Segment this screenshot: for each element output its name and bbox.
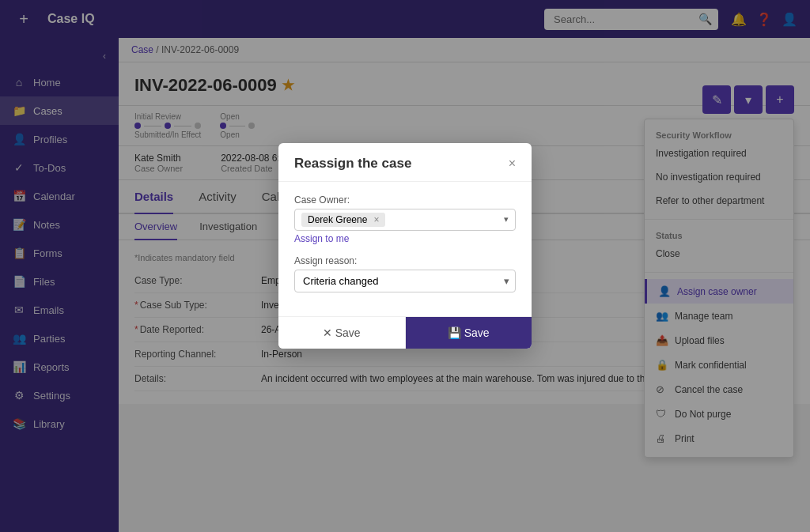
assign-me-link[interactable]: Assign to me	[294, 233, 516, 244]
reassign-modal: Reassign the case × Case Owner: Derek Gr…	[278, 143, 532, 349]
owner-tag: Derek Greene ×	[301, 213, 385, 227]
reason-label: Assign reason:	[294, 255, 516, 266]
modal-close-button[interactable]: ×	[509, 157, 516, 171]
form-row-reason: Assign reason: Criteria changedWorkload …	[294, 255, 516, 292]
reason-select[interactable]: Criteria changedWorkload balancingExpert…	[294, 270, 516, 292]
owner-tag-remove[interactable]: ×	[373, 214, 379, 225]
owner-field[interactable]: Derek Greene × ▾	[294, 209, 516, 231]
modal-footer: ✕ Save 💾 Save	[278, 316, 532, 349]
modal-title: Reassign the case	[294, 156, 411, 172]
save-button[interactable]: 💾 Save	[406, 317, 532, 349]
reason-select-wrap: Criteria changedWorkload balancingExpert…	[294, 270, 516, 292]
owner-field-inner: Derek Greene ×	[301, 213, 385, 227]
owner-dropdown-arrow: ▾	[504, 214, 509, 224]
modal-header: Reassign the case ×	[278, 143, 532, 182]
form-row-owner: Case Owner: Derek Greene × ▾ Assign to m…	[294, 194, 516, 244]
cancel-button[interactable]: ✕ Save	[278, 317, 406, 349]
modal-body: Case Owner: Derek Greene × ▾ Assign to m…	[278, 182, 532, 316]
owner-label: Case Owner:	[294, 194, 516, 206]
owner-tag-name: Derek Greene	[308, 214, 367, 225]
